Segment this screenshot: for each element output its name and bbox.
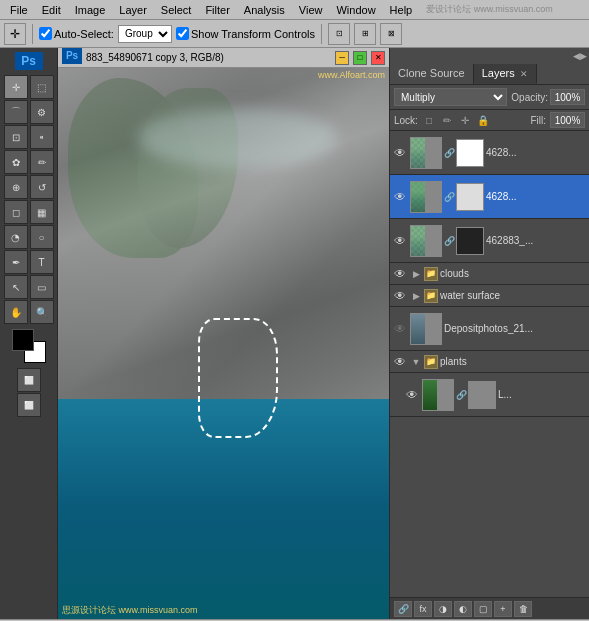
blend-row: Multiply Opacity: — [390, 85, 589, 110]
layer-link-icon[interactable]: 🔗 — [456, 390, 466, 400]
group-expand-arrow[interactable]: ▼ — [410, 356, 422, 368]
move-tool[interactable]: ✛ — [4, 75, 28, 99]
menu-help[interactable]: Help — [384, 2, 419, 18]
tab-clone-source[interactable]: Clone Source — [390, 64, 474, 84]
menu-view[interactable]: View — [293, 2, 329, 18]
eraser-tool[interactable]: ◻ — [4, 200, 28, 224]
path-select-tool[interactable]: ↖ — [4, 275, 28, 299]
zoom-tool[interactable]: 🔍 — [30, 300, 54, 324]
quick-mask-tool[interactable]: ⬜ — [17, 368, 41, 392]
layer-item[interactable]: 👁 🔗 L... — [390, 373, 589, 417]
layer-name: Depositphotos_21... — [444, 323, 587, 334]
minimize-button[interactable]: ─ — [335, 51, 349, 65]
tab-layers-close[interactable]: ✕ — [520, 69, 528, 79]
lock-all-icon[interactable]: 🔒 — [476, 113, 490, 127]
menu-file[interactable]: File — [4, 2, 34, 18]
layer-visibility-toggle[interactable]: 👁 — [404, 387, 420, 403]
lock-label: Lock: — [394, 115, 418, 126]
show-transform-checkbox[interactable] — [176, 27, 189, 40]
layer-item-group[interactable]: 👁 ▶ 📁 water surface — [390, 285, 589, 307]
layer-item[interactable]: 👁 🔗 4628... — [390, 175, 589, 219]
layer-link-icon[interactable]: 🔗 — [444, 192, 454, 202]
menu-image[interactable]: Image — [69, 2, 112, 18]
layer-mask-thumbnail — [456, 139, 484, 167]
hand-tool[interactable]: ✋ — [4, 300, 28, 324]
layer-visibility-toggle[interactable]: 👁 — [392, 354, 408, 370]
mist-layer — [138, 108, 338, 168]
group-expand-arrow[interactable]: ▶ — [410, 290, 422, 302]
pen-tool[interactable]: ✒ — [4, 250, 28, 274]
clone-tool[interactable]: ⊕ — [4, 175, 28, 199]
menu-analysis[interactable]: Analysis — [238, 2, 291, 18]
maximize-button[interactable]: □ — [353, 51, 367, 65]
canvas-image[interactable]: 思源设计论坛 www.missvuan.com www.Alfoart.com — [58, 68, 389, 619]
dodge-tool[interactable]: ○ — [30, 225, 54, 249]
layer-visibility-toggle[interactable]: 👁 — [392, 266, 408, 282]
auto-select-dropdown[interactable]: Group — [118, 25, 172, 43]
fill-input[interactable] — [550, 112, 585, 128]
add-mask-btn[interactable]: ◑ — [434, 601, 452, 617]
layer-item[interactable]: 👁 🔗 4628... — [390, 131, 589, 175]
layer-visibility-toggle[interactable]: 👁 — [392, 145, 408, 161]
lock-transparent-icon[interactable]: □ — [422, 113, 436, 127]
type-tool[interactable]: T — [30, 250, 54, 274]
blend-mode-select[interactable]: Multiply — [394, 88, 507, 106]
blur-tool[interactable]: ◔ — [4, 225, 28, 249]
shape-tool[interactable]: ▭ — [30, 275, 54, 299]
foreground-color[interactable] — [12, 329, 34, 351]
transform-btn-2[interactable]: ⊞ — [354, 23, 376, 45]
healing-tool[interactable]: ✿ — [4, 150, 28, 174]
close-button[interactable]: ✕ — [371, 51, 385, 65]
link-layers-btn[interactable]: 🔗 — [394, 601, 412, 617]
window-ps-icon: Ps — [62, 48, 82, 64]
menu-select[interactable]: Select — [155, 2, 198, 18]
tab-layers[interactable]: Layers ✕ — [474, 64, 537, 84]
transform-btn-3[interactable]: ⊠ — [380, 23, 402, 45]
lasso-tool[interactable]: ⌒ — [4, 100, 28, 124]
eyedropper-tool[interactable]: ⁌ — [30, 125, 54, 149]
layer-name: water surface — [440, 290, 587, 301]
selection-outline — [198, 318, 278, 438]
layer-visibility-toggle[interactable]: 👁 — [392, 288, 408, 304]
lock-position-icon[interactable]: ✛ — [458, 113, 472, 127]
history-brush-tool[interactable]: ↺ — [30, 175, 54, 199]
add-adjustment-btn[interactable]: ◐ — [454, 601, 472, 617]
layer-item-group[interactable]: 👁 ▼ 📁 plants — [390, 351, 589, 373]
layer-visibility-toggle[interactable]: 👁 — [392, 233, 408, 249]
layer-visibility-toggle[interactable]: 👁 — [392, 189, 408, 205]
layer-item[interactable]: 👁 🔗 462883_... — [390, 219, 589, 263]
opacity-label: Opacity: — [511, 92, 548, 103]
menu-filter[interactable]: Filter — [199, 2, 235, 18]
layer-item-group[interactable]: 👁 ▶ 📁 clouds — [390, 263, 589, 285]
quick-select-tool[interactable]: ⚙ — [30, 100, 54, 124]
opacity-input[interactable] — [550, 89, 585, 105]
marquee-tool[interactable]: ⬚ — [30, 75, 54, 99]
lock-image-icon[interactable]: ✏ — [440, 113, 454, 127]
new-layer-btn[interactable]: + — [494, 601, 512, 617]
tool-row-extra: ⬜ — [17, 368, 41, 392]
transform-btn-1[interactable]: ⊡ — [328, 23, 350, 45]
menu-edit[interactable]: Edit — [36, 2, 67, 18]
new-group-btn[interactable]: ▢ — [474, 601, 492, 617]
add-style-btn[interactable]: fx — [414, 601, 432, 617]
crop-tool[interactable]: ⊡ — [4, 125, 28, 149]
gradient-tool[interactable]: ▦ — [30, 200, 54, 224]
move-tool-btn[interactable]: ✛ — [4, 23, 26, 45]
group-expand-arrow[interactable]: ▶ — [410, 268, 422, 280]
brush-tool[interactable]: ✏ — [30, 150, 54, 174]
delete-layer-btn[interactable]: 🗑 — [514, 601, 532, 617]
layer-visibility-toggle[interactable]: 👁 — [392, 321, 408, 337]
menu-layer[interactable]: Layer — [113, 2, 153, 18]
watermark-bottom: 思源设计论坛 www.missvuan.com — [62, 604, 198, 617]
color-boxes[interactable] — [12, 329, 46, 363]
layer-link-icon[interactable]: 🔗 — [444, 148, 454, 158]
auto-select-checkbox[interactable] — [39, 27, 52, 40]
ps-logo: Ps — [15, 52, 43, 70]
layers-bottom: 🔗 fx ◑ ◐ ▢ + 🗑 — [390, 597, 589, 619]
menu-window[interactable]: Window — [330, 2, 381, 18]
screen-mode-tool[interactable]: ⬜ — [17, 393, 41, 417]
panel-collapse-arrow[interactable]: ◀▶ — [573, 51, 587, 61]
tool-row-9: ↖ ▭ — [4, 275, 54, 299]
layer-link-icon[interactable]: 🔗 — [444, 236, 454, 246]
layer-item[interactable]: 👁 Depositphotos_21... — [390, 307, 589, 351]
